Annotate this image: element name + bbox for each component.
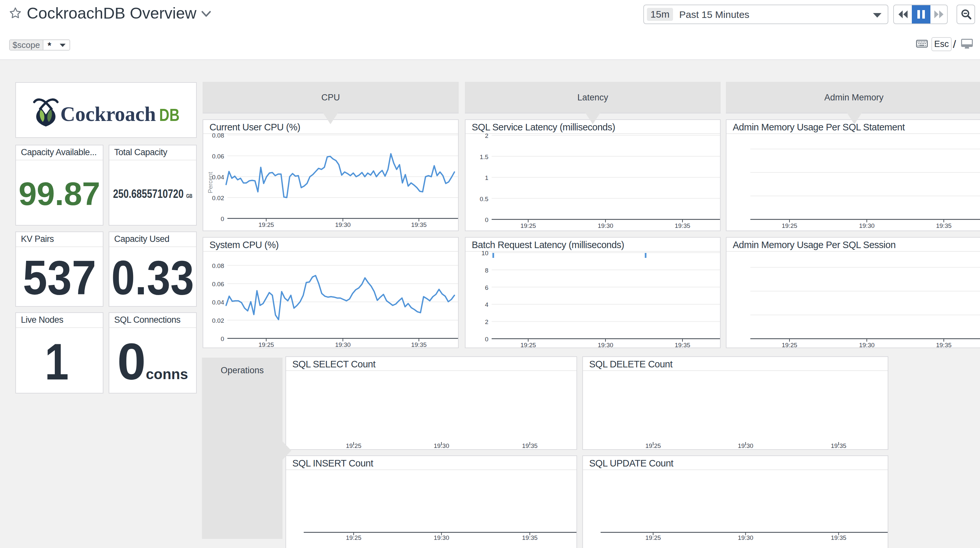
svg-text:0.04: 0.04 xyxy=(212,174,224,181)
svg-text:19:25: 19:25 xyxy=(520,342,536,348)
svg-text:19:25: 19:25 xyxy=(346,442,361,449)
svg-text:19:35: 19:35 xyxy=(831,442,846,449)
svg-text:19:35: 19:35 xyxy=(831,534,846,541)
svg-text:0.06: 0.06 xyxy=(212,153,224,160)
svg-text:0.06: 0.06 xyxy=(212,281,224,288)
svg-text:8: 8 xyxy=(485,267,488,274)
svg-text:19:35: 19:35 xyxy=(522,534,538,541)
svg-text:Cockroach: Cockroach xyxy=(60,103,156,125)
svg-text:0.02: 0.02 xyxy=(212,195,224,202)
svg-text:19:30: 19:30 xyxy=(335,342,351,348)
svg-text:19:30: 19:30 xyxy=(738,442,754,449)
svg-text:0.08: 0.08 xyxy=(212,133,224,139)
svg-text:19:30: 19:30 xyxy=(859,222,875,229)
svg-text:19:35: 19:35 xyxy=(936,342,951,348)
svg-text:19:35: 19:35 xyxy=(675,342,690,348)
svg-text:19:35: 19:35 xyxy=(522,442,538,449)
svg-text:6: 6 xyxy=(485,284,488,291)
svg-text:19:25: 19:25 xyxy=(258,221,274,228)
svg-text:Percent: Percent xyxy=(207,172,214,193)
svg-text:19:30: 19:30 xyxy=(738,534,754,541)
svg-text:0.04: 0.04 xyxy=(212,299,224,306)
svg-text:19:30: 19:30 xyxy=(598,222,613,229)
svg-text:4: 4 xyxy=(485,301,488,308)
svg-text:0.5: 0.5 xyxy=(480,195,488,202)
svg-text:19:30: 19:30 xyxy=(335,221,351,228)
svg-text:19:35: 19:35 xyxy=(411,342,427,348)
svg-text:19:30: 19:30 xyxy=(598,342,613,348)
svg-text:1: 1 xyxy=(485,175,488,181)
svg-text:19:25: 19:25 xyxy=(346,534,361,541)
svg-text:0: 0 xyxy=(221,335,224,342)
svg-text:19:25: 19:25 xyxy=(782,222,797,229)
svg-text:0: 0 xyxy=(221,216,224,222)
svg-text:1.5: 1.5 xyxy=(480,154,488,160)
svg-text:19:25: 19:25 xyxy=(645,442,661,449)
svg-text:19:25: 19:25 xyxy=(258,342,274,348)
svg-text:19:25: 19:25 xyxy=(520,222,536,229)
svg-text:19:35: 19:35 xyxy=(936,222,951,229)
svg-text:10: 10 xyxy=(482,251,488,257)
svg-text:0.02: 0.02 xyxy=(212,317,224,324)
svg-text:0: 0 xyxy=(485,216,488,223)
svg-text:19:25: 19:25 xyxy=(645,534,661,541)
svg-text:19:30: 19:30 xyxy=(434,534,449,541)
svg-text:0: 0 xyxy=(485,336,488,343)
svg-text:19:35: 19:35 xyxy=(411,221,427,228)
svg-text:19:35: 19:35 xyxy=(675,222,690,229)
svg-text:0.08: 0.08 xyxy=(212,262,224,269)
svg-text:19:30: 19:30 xyxy=(859,342,875,348)
svg-text:2: 2 xyxy=(485,133,488,139)
svg-text:19:30: 19:30 xyxy=(434,442,449,449)
svg-text:DB: DB xyxy=(159,105,180,124)
svg-text:19:25: 19:25 xyxy=(782,342,797,348)
svg-text:2: 2 xyxy=(485,319,488,326)
